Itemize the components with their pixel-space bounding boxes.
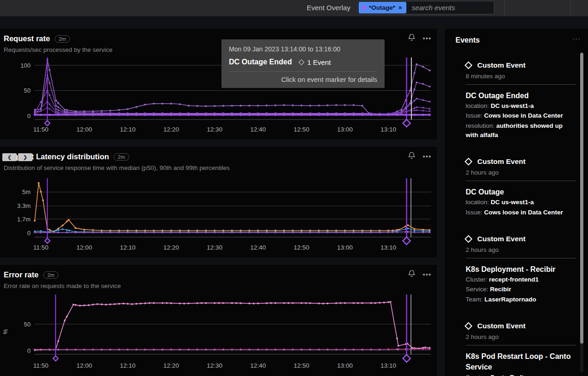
x-tick-label: 13:00 xyxy=(337,126,353,133)
data-point xyxy=(40,110,42,112)
data-point xyxy=(126,113,129,116)
error-rate-chart[interactable]: 05011:5012:0012:1012:2012:3012:4012:5013… xyxy=(0,265,437,376)
data-point xyxy=(422,99,424,101)
filter-chip-outage[interactable]: *Outage* × xyxy=(359,2,406,13)
data-point xyxy=(179,103,181,105)
data-point xyxy=(135,349,137,351)
data-point xyxy=(416,63,417,65)
data-point xyxy=(66,220,68,222)
event-marker-diamond[interactable] xyxy=(45,238,50,244)
x-tick-label: 12:10 xyxy=(120,244,136,251)
data-point xyxy=(205,349,207,351)
card-menu-icon[interactable]: ••• xyxy=(423,153,431,160)
remove-filter-icon[interactable]: × xyxy=(398,4,402,11)
bell-icon[interactable] xyxy=(408,33,415,43)
data-point xyxy=(231,113,233,116)
event-type-label: Custom Event xyxy=(477,235,525,243)
event-field: Service: Canto-Redis xyxy=(466,373,576,376)
data-point xyxy=(118,303,120,305)
data-point xyxy=(416,81,417,83)
data-point xyxy=(79,305,81,307)
data-point xyxy=(162,302,164,304)
data-point xyxy=(301,232,303,233)
time-pager: ❮ ❯ xyxy=(2,153,32,161)
data-point xyxy=(72,304,74,306)
data-point xyxy=(322,303,324,305)
events-menu-icon[interactable]: ··· xyxy=(572,34,581,42)
bell-icon[interactable] xyxy=(408,151,415,161)
scrollbar-track[interactable] xyxy=(580,52,583,372)
data-point xyxy=(327,349,329,351)
data-point xyxy=(240,232,241,233)
event-marker-diamond[interactable] xyxy=(403,237,411,244)
data-point xyxy=(283,302,285,304)
data-point xyxy=(396,338,398,339)
data-point xyxy=(34,113,36,116)
data-point xyxy=(416,109,417,111)
data-point xyxy=(318,113,320,116)
event-marker-diamond[interactable] xyxy=(53,356,58,361)
data-point xyxy=(413,107,415,109)
card-menu-icon[interactable]: ••• xyxy=(423,35,431,42)
scrollbar-thumb[interactable] xyxy=(580,53,583,344)
series-service-3 xyxy=(35,91,430,114)
x-tick-label: 12:30 xyxy=(207,244,222,251)
data-point xyxy=(222,349,224,351)
event-item[interactable]: Custom Event2 hours agoK8s Deployment - … xyxy=(466,235,576,304)
data-point xyxy=(205,302,207,304)
event-item[interactable]: Custom Event2 hours agoDC Outagelocation… xyxy=(466,157,576,217)
data-point xyxy=(429,110,430,112)
data-point xyxy=(127,303,129,305)
data-point xyxy=(66,109,68,111)
topbar-divider xyxy=(504,0,505,16)
x-tick-label: 12:30 xyxy=(207,126,222,133)
pager-next-button[interactable]: ❯ xyxy=(18,153,32,161)
data-point xyxy=(55,113,57,114)
data-point xyxy=(62,228,63,230)
data-point xyxy=(144,232,146,233)
data-point xyxy=(361,113,364,116)
data-point xyxy=(407,227,409,229)
data-point xyxy=(144,104,146,106)
search-events-input[interactable] xyxy=(406,3,506,12)
data-point xyxy=(55,100,57,101)
data-point xyxy=(162,103,164,105)
diamond-icon xyxy=(465,62,473,69)
data-point xyxy=(188,302,190,304)
data-point xyxy=(335,232,337,233)
pager-prev-button[interactable]: ❮ xyxy=(2,153,17,161)
tooltip-event-title: DC Outage Ended xyxy=(229,58,292,66)
bell-icon[interactable] xyxy=(408,269,415,279)
data-point xyxy=(257,349,259,351)
filter-chip-label: *Outage* xyxy=(369,4,395,11)
event-item[interactable]: Custom Event8 minutes agoDC Outage Ended… xyxy=(466,61,576,140)
data-point xyxy=(214,302,215,304)
data-point xyxy=(55,108,57,110)
data-point xyxy=(57,107,59,108)
event-field: Issue: Cows loose in Data Center xyxy=(466,111,576,120)
data-point xyxy=(131,303,133,305)
y-tick-label: 5m xyxy=(22,188,31,195)
event-divider xyxy=(466,181,576,181)
data-point xyxy=(201,302,202,304)
x-tick-label: 12:50 xyxy=(294,126,310,133)
error-rate-card: 05011:5012:0012:1012:2012:3012:4012:5013… xyxy=(0,265,437,376)
data-point xyxy=(153,103,155,105)
data-point xyxy=(327,302,329,304)
event-marker-diamond[interactable] xyxy=(403,355,411,362)
event-item[interactable]: Custom Event2 hours agoK8s Pod Restart L… xyxy=(466,322,576,376)
event-marker-diamond[interactable] xyxy=(45,121,50,126)
event-marker-diamond[interactable] xyxy=(403,119,411,127)
event-search-box[interactable]: *Outage* × xyxy=(357,1,494,14)
card-menu-icon[interactable]: ••• xyxy=(423,271,431,278)
x-tick-label: 12:10 xyxy=(120,362,136,369)
data-point xyxy=(57,340,59,342)
data-point xyxy=(153,232,155,233)
event-field: location: DC us-west1-a xyxy=(466,101,576,111)
event-title: K8s Pod Restart Loop - Canto Service xyxy=(466,351,576,372)
latency-distribution-chart[interactable]: 01.7m3.3m5m11:5012:0012:1012:2012:3012:4… xyxy=(0,147,437,257)
data-point xyxy=(135,106,137,108)
data-point xyxy=(353,104,354,106)
data-point xyxy=(335,104,337,106)
data-point xyxy=(422,348,424,350)
